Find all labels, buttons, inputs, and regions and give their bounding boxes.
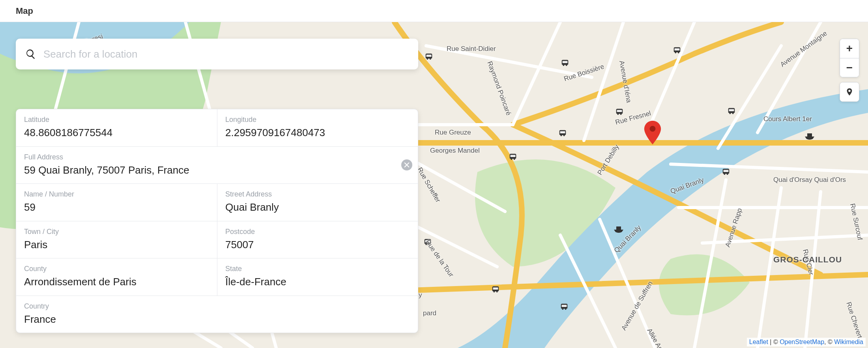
postcode-value: 75007: [225, 238, 410, 251]
title-bar: Map: [0, 0, 868, 22]
page-title: Map: [16, 6, 33, 16]
postcode-field: Postcode 75007: [217, 221, 418, 258]
full-address-label: Full Address: [24, 153, 410, 161]
search-icon: [25, 49, 36, 60]
clear-address-button[interactable]: [401, 159, 412, 170]
name-number-value: 59: [24, 201, 209, 214]
latitude-field: Latitude 48.8608186775544: [16, 109, 217, 146]
map-controls: + −: [840, 39, 859, 102]
zoom-in-button[interactable]: +: [840, 39, 859, 58]
locate-button[interactable]: [840, 82, 859, 101]
longitude-value: 2.2959709167480473: [225, 126, 410, 139]
county-field: County Arrondissement de Paris: [16, 258, 217, 296]
longitude-label: Longitude: [225, 116, 410, 124]
map-attribution: Leaflet | © OpenStreetMap, © Wikimedia: [747, 338, 866, 346]
osm-link[interactable]: OpenStreetMap: [780, 339, 824, 345]
town-city-label: Town / City: [24, 228, 209, 236]
street-address-field: Street Address Quai Branly: [217, 184, 418, 221]
map-canvas[interactable]: Rue Saint-DidierRaymond PoincaréAvenue d…: [0, 22, 868, 348]
search-input[interactable]: [43, 48, 409, 60]
street-address-label: Street Address: [225, 190, 410, 198]
latitude-value: 48.8608186775544: [24, 126, 209, 139]
country-label: Country: [24, 302, 410, 311]
location-pin-icon: [845, 88, 854, 96]
longitude-field: Longitude 2.2959709167480473: [217, 109, 418, 146]
name-number-label: Name / Number: [24, 190, 209, 198]
state-field: State Île-de-France: [217, 258, 418, 296]
state-value: Île-de-France: [225, 275, 410, 288]
map-app: Map: [0, 0, 868, 348]
locate-group: [840, 82, 859, 102]
location-card: Latitude 48.8608186775544 Longitude 2.29…: [16, 109, 418, 333]
postcode-label: Postcode: [225, 228, 410, 236]
country-field: Country France: [16, 296, 418, 333]
street-address-value: Quai Branly: [225, 201, 410, 214]
close-icon: [404, 162, 410, 168]
leaflet-link[interactable]: Leaflet: [749, 339, 768, 345]
county-label: County: [24, 265, 209, 273]
state-label: State: [225, 265, 410, 273]
full-address-field: Full Address 59 Quai Branly, 75007 Paris…: [16, 147, 418, 184]
town-city-field: Town / City Paris: [16, 221, 217, 258]
name-number-field: Name / Number 59: [16, 184, 217, 221]
search-bar: [16, 39, 418, 69]
country-value: France: [24, 313, 410, 326]
town-city-value: Paris: [24, 238, 209, 251]
zoom-out-button[interactable]: −: [840, 58, 859, 77]
wikimedia-link[interactable]: Wikimedia: [834, 339, 863, 345]
zoom-group: + −: [840, 39, 859, 77]
full-address-value: 59 Quai Branly, 75007 Paris, France: [24, 164, 410, 177]
county-value: Arrondissement de Paris: [24, 275, 209, 288]
latitude-label: Latitude: [24, 116, 209, 124]
